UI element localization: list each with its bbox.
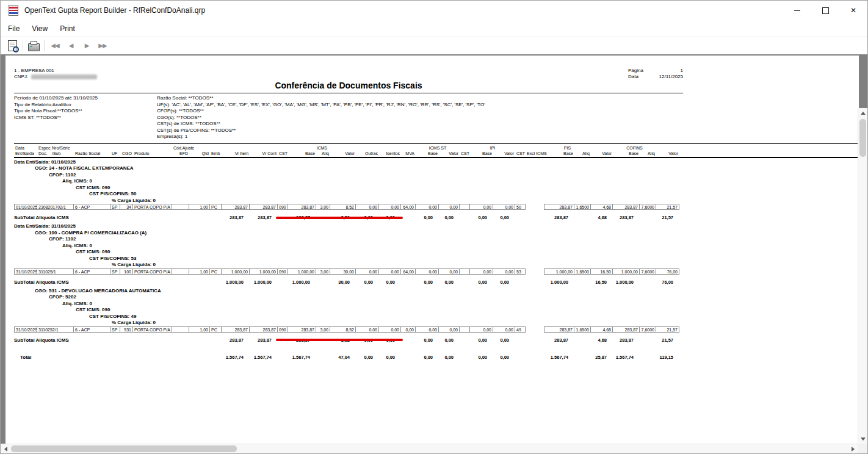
app-window: OpenText Gupta Report Builder - RfRelCon… <box>0 0 868 454</box>
column-header: Ent/Saída <box>14 151 37 156</box>
table-cell: 1.000,00 <box>250 268 278 275</box>
subtotal-label: SubTotal Aliquota ICMS <box>14 215 172 220</box>
close-button[interactable]: ✕ <box>839 1 867 20</box>
toolbar: ◀◀ ◀ ▶ ▶▶ <box>1 37 867 55</box>
group-header-line: Data Ent/Saída: 31/10/2025 <box>14 223 859 230</box>
group-header-line: Aliq. ICMS: 0 <box>14 243 859 250</box>
menu-print[interactable]: Print <box>54 22 81 35</box>
toolbar-separator <box>23 40 23 51</box>
scrollbar-corner <box>858 444 867 453</box>
table-cell: 283,87 <box>544 326 574 333</box>
table-cell: 0,00 <box>493 268 515 275</box>
table-cell: 090 <box>278 204 288 210</box>
group-header-line: % Carga Liquida: 0 <box>14 320 859 326</box>
table-cell <box>526 326 544 333</box>
table-cell <box>460 204 470 210</box>
column-header: Alíq <box>316 151 330 156</box>
arrow-up-icon <box>861 112 866 115</box>
scroll-left-button[interactable] <box>1 444 10 454</box>
table-cell: 0,00 <box>401 326 416 333</box>
subtotal-value: 1.567,74 <box>591 355 640 360</box>
preview-button[interactable] <box>4 38 20 53</box>
subtotal-label: SubTotal Aliquota ICMS <box>14 337 172 343</box>
minimize-button[interactable] <box>783 1 811 20</box>
table-cell: 0,00 <box>439 268 460 275</box>
table-cell: SP <box>110 204 120 210</box>
menu-file[interactable]: File <box>2 22 26 35</box>
window-title: OpenText Gupta Report Builder - RfRelCon… <box>24 6 205 15</box>
table-cell: 0,00 <box>470 268 493 275</box>
table-cell: 31/10/2025 <box>14 326 37 333</box>
table-cell: PC <box>210 268 222 275</box>
report-viewport: 1 - EMPRESA 001 CNPJ: Página 1 Data <box>1 54 867 453</box>
column-header: Excl ICMS <box>526 151 544 156</box>
group-header-line: CGO: 531 - DEVOLUCAO MERCADORIA AUTOMATI… <box>14 288 859 295</box>
subtotal-value: 283,87 <box>222 337 278 343</box>
subtotal-row: SubTotal Aliquota ICMS283,87283,87283,87… <box>14 336 679 345</box>
group-header-line: Data Ent/Saída: 01/10/2025 <box>14 159 859 166</box>
table-cell: 090 <box>278 268 288 275</box>
table-cell: 531 <box>120 326 133 333</box>
scroll-up-button[interactable] <box>858 108 868 118</box>
column-header: CGO <box>120 151 133 156</box>
vertical-scroll-thumb[interactable] <box>859 119 866 157</box>
filter-line: CST(s) de ICMS: **TODOS** <box>157 121 683 128</box>
column-header: CST <box>515 151 526 156</box>
table-cell: 283,87 <box>613 326 640 333</box>
table-cell: PORTA COPO P/A <box>133 326 172 333</box>
horizontal-scroll-thumb[interactable] <box>11 445 237 452</box>
subtotal-value: 76,00 <box>640 279 679 285</box>
previous-page-icon: ◀ <box>69 43 73 49</box>
table-cell: 1.000,00 <box>613 268 640 275</box>
table-cell: 3,00 <box>316 326 330 333</box>
app-icon <box>9 5 18 16</box>
table-cell: 1,6500 <box>574 204 591 210</box>
last-page-button[interactable]: ▶▶ <box>95 38 110 53</box>
scroll-right-button[interactable] <box>848 444 858 454</box>
table-data-row: 31/10/20253110252/16 - ACPSP531PORTA COP… <box>14 326 679 333</box>
table-cell: 100 <box>120 268 133 275</box>
filter-line: Tipo de Nota Fiscal:**TODOS** <box>14 108 157 115</box>
next-page-button[interactable]: ▶ <box>79 38 95 53</box>
toolbar-separator <box>44 40 45 51</box>
column-header: Alíq <box>574 151 591 156</box>
subtotal-value: 21,57 <box>640 337 679 343</box>
table-cell: 50 <box>515 204 526 210</box>
company-name: 1 - EMPRESA 001 <box>14 68 97 74</box>
column-header: Base <box>470 151 493 156</box>
print-button[interactable] <box>26 38 42 53</box>
table-cell: 16,50 <box>591 268 613 275</box>
column-header: Qtd <box>189 151 210 156</box>
column-group-label: ICMS ST <box>416 145 460 151</box>
filters-right: Razão Social: **TODOS**UF(s): 'AC', 'AL'… <box>157 95 683 140</box>
first-page-button[interactable]: ◀◀ <box>47 38 63 53</box>
menu-view[interactable]: View <box>26 22 54 35</box>
date-label: Data <box>628 74 638 80</box>
table-cell: 283,87 <box>613 204 640 210</box>
subtotal-value: 0,00 <box>356 337 401 343</box>
table-cell: 0,00 <box>356 268 379 275</box>
table-cell <box>526 204 544 210</box>
table-cell: 1,00 <box>189 204 210 210</box>
table-cell: 3,00 <box>316 268 330 275</box>
table-cell: SP <box>110 268 120 275</box>
column-header: Valor <box>439 151 460 156</box>
scroll-down-button[interactable] <box>858 434 868 444</box>
table-cell: 31/10/2025 <box>14 268 37 275</box>
maximize-button[interactable] <box>811 1 839 20</box>
filters-block: Período de 01/10/2025 até 31/10/2025Tipo… <box>14 95 683 140</box>
column-header: Alíq <box>640 151 656 156</box>
table-cell: 090 <box>278 326 288 333</box>
table-data-row: 01/10/20252308201702/16 - ACPSP34PORTA C… <box>14 204 679 210</box>
group-header-line: % Carga Liquida: 0 <box>14 262 859 268</box>
filter-line: UF(s): 'AC', 'AL', 'AM', 'AP', 'BA', 'CE… <box>157 102 683 109</box>
subtotal-value: 1.000,00 <box>222 279 278 285</box>
subtotal-value: 1.567,74 <box>222 355 278 360</box>
column-group-label: PIS <box>544 145 591 151</box>
table-cell: 6 - ACP <box>74 326 110 333</box>
previous-page-button[interactable]: ◀ <box>63 38 79 53</box>
group-header-line: CST ICMS: 090 <box>14 249 859 256</box>
group-header-line: Aliq. ICMS: 0 <box>14 178 859 185</box>
table-cell: 0,00 <box>416 326 439 333</box>
table-cell: 4,68 <box>591 326 613 333</box>
